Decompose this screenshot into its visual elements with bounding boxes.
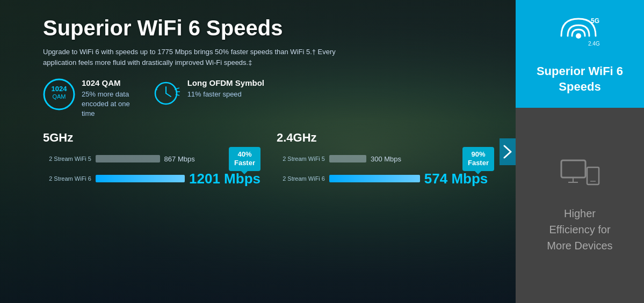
svg-line-6 — [176, 88, 179, 89]
bar-row-wifi6-24ghz: 2 Stream WiFi 6 574 Mbps — [277, 174, 494, 183]
devices-icon — [559, 158, 602, 195]
bar-wifi6-5ghz — [96, 175, 185, 182]
wifi6-24ghz-speed: 574 Mbps — [424, 171, 488, 187]
band-24ghz-title: 2.4GHz — [277, 131, 494, 145]
qam-desc: 25% more dataencoded at onetime — [82, 90, 130, 119]
ofdm-desc: 11% faster speed — [187, 90, 264, 99]
page-title: Superior WiFi 6 Speeds — [43, 16, 494, 40]
ofdm-title: Long OFDM Symbol — [187, 78, 264, 87]
description-text: Upgrade to WiFi 6 with speeds up to 1775… — [43, 47, 354, 68]
band-5ghz-title: 5GHz — [43, 131, 261, 145]
bar-row-wifi5-24ghz: 2 Stream WiFi 5 300 Mbps 90% Faster — [277, 147, 494, 172]
bar-container-wifi5-24ghz: 300 Mbps — [329, 154, 453, 164]
qam-title: 1024 QAM — [82, 78, 130, 87]
content-area: Superior WiFi 6 Speeds Upgrade to WiFi 6… — [0, 0, 516, 303]
speed-24ghz: 2.4GHz 2 Stream WiFi 5 300 Mbps 90% Fast… — [277, 131, 494, 187]
speed-5ghz: 5GHz 2 Stream WiFi 5 867 Mbps 40% Faster — [43, 131, 261, 187]
bar-container-wifi6-24ghz: 574 Mbps — [329, 174, 494, 183]
next-arrow[interactable] — [500, 138, 516, 165]
main-content: Superior WiFi 6 Speeds Upgrade to WiFi 6… — [0, 0, 516, 303]
qam-text: 1024 QAM 25% more dataencoded at onetime — [82, 78, 130, 119]
wifi5-24ghz-label: 2 Stream WiFi 5 — [277, 156, 325, 162]
wifi-icon-container: 5G 2.4G — [526, 13, 633, 58]
bar-row-wifi5-5ghz: 2 Stream WiFi 5 867 Mbps 40% Faster — [43, 147, 261, 172]
svg-text:1024: 1024 — [52, 85, 68, 93]
feature-ofdm: Long OFDM Symbol 11% faster speed — [151, 78, 264, 108]
features-row: 1024 QAM 1024 QAM 25% more dataencoded a… — [43, 78, 494, 119]
bar-container-wifi5-5ghz: 867 Mbps — [96, 154, 219, 164]
sidebar-top-title: Superior WiFi 6Speeds — [526, 64, 633, 94]
badge-24ghz-text: Faster — [468, 159, 489, 168]
qam-icon: 1024 QAM — [43, 78, 75, 110]
ofdm-text: Long OFDM Symbol 11% faster speed — [187, 78, 264, 99]
wifi5-5ghz-label: 2 Stream WiFi 5 — [43, 156, 91, 162]
speeds-wrapper: 5GHz 2 Stream WiFi 5 867 Mbps 40% Faster — [43, 131, 494, 187]
svg-rect-15 — [587, 167, 599, 184]
bar-wifi5-24ghz — [329, 155, 366, 162]
badge-5ghz-text: Faster — [234, 159, 255, 168]
badge-24ghz: 90% Faster — [462, 147, 494, 172]
svg-line-5 — [166, 93, 171, 97]
svg-text:2.4G: 2.4G — [588, 41, 600, 47]
device-icon — [559, 158, 602, 197]
bar-container-wifi6-5ghz: 1201 Mbps — [96, 174, 261, 183]
bar-row-wifi6-5ghz: 2 Stream WiFi 6 1201 Mbps — [43, 174, 261, 183]
sidebar: 5G 2.4G Superior WiFi 6Speeds — [516, 0, 644, 303]
bar-wifi6-24ghz — [329, 175, 420, 182]
clock-icon — [151, 78, 181, 108]
svg-rect-12 — [561, 160, 585, 178]
sidebar-bottom-title: HigherEfficiency forMore Devices — [547, 205, 612, 254]
wifi6-5ghz-speed: 1201 Mbps — [189, 171, 261, 187]
wifi6-24ghz-label: 2 Stream WiFi 6 — [277, 175, 325, 182]
bar-wifi5-5ghz — [96, 155, 160, 162]
wifi5-5ghz-speed: 867 Mbps — [164, 155, 195, 163]
wifi5-24ghz-speed: 300 Mbps — [371, 155, 401, 163]
sidebar-bottom: HigherEfficiency forMore Devices — [516, 108, 644, 303]
badge-5ghz: 40% Faster — [229, 147, 261, 172]
svg-text:QAM: QAM — [52, 93, 66, 100]
sidebar-top: 5G 2.4G Superior WiFi 6Speeds — [516, 0, 644, 108]
badge-5ghz-percent: 40% — [234, 150, 255, 159]
svg-point-11 — [576, 33, 581, 39]
wifi6-signal-icon: 5G 2.4G — [556, 13, 604, 56]
feature-qam: 1024 QAM 1024 QAM 25% more dataencoded a… — [43, 78, 130, 119]
wifi6-5ghz-label: 2 Stream WiFi 6 — [43, 175, 91, 182]
badge-24ghz-percent: 90% — [468, 150, 489, 159]
